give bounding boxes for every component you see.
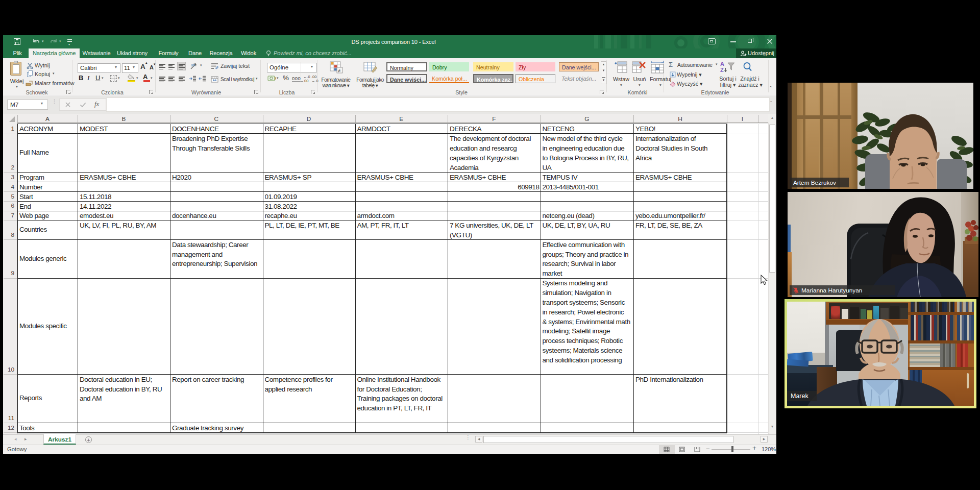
svg-text:Z: Z [720,67,724,73]
svg-text:A: A [720,61,724,67]
svg-text:ab: ab [191,63,195,67]
svg-text:≠: ≠ [338,68,341,74]
